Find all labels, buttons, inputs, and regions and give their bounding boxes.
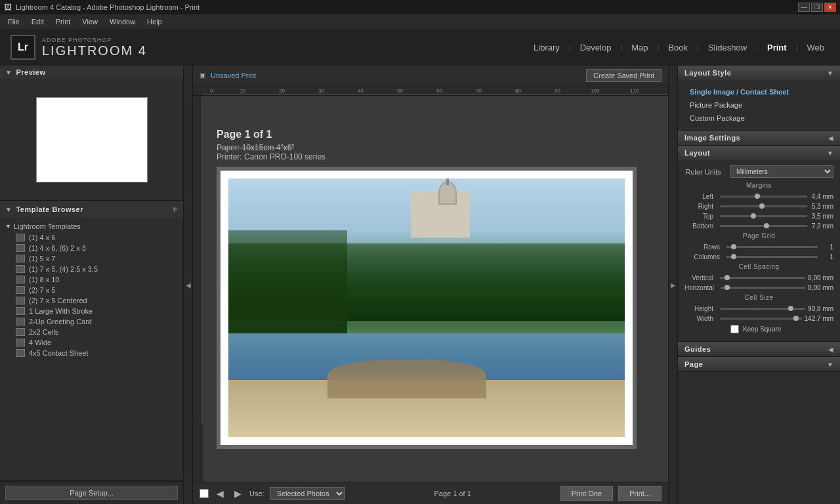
left-panel-collapse[interactable]: ◀ <box>184 66 193 504</box>
use-label: Use: <box>249 490 264 497</box>
print-one-button[interactable]: Print One <box>560 486 613 501</box>
template-item[interactable]: 2x2 Cells <box>0 327 183 337</box>
close-button[interactable]: ✕ <box>824 3 836 12</box>
right-panel-collapse[interactable]: ▶ <box>668 66 677 504</box>
preview-arrow-icon: ▼ <box>5 69 12 76</box>
menubar: File Edit Print View Window Help <box>0 14 840 29</box>
layout-header[interactable]: Layout ▼ <box>678 146 840 160</box>
lightroom-name: LIGHTROOM 4 <box>42 43 147 58</box>
margin-left-slider[interactable] <box>720 196 807 198</box>
cell-spacing-title: Cell Spacing <box>684 263 833 270</box>
nav-slideshow[interactable]: Slideshow <box>703 40 752 55</box>
width-slider[interactable] <box>720 318 802 320</box>
margin-top-value: 3,5 mm <box>810 213 833 220</box>
height-slider[interactable] <box>720 308 805 310</box>
template-item[interactable]: (2) 7 x 5 <box>0 285 183 295</box>
template-item[interactable]: (1) 8 x 10 <box>0 274 183 285</box>
template-list: ▼ Lightroom Templates (1) 4 x 6 (1) 4 x … <box>0 218 183 480</box>
vertical-spacing-slider[interactable] <box>720 277 805 279</box>
template-item[interactable]: 4 Wide <box>0 337 183 348</box>
template-item[interactable]: (1) 5 x 7 <box>0 253 183 264</box>
rows-value: 1 <box>820 243 833 251</box>
layout-option-custom-package-label: Custom Package <box>690 114 745 122</box>
columns-slider[interactable] <box>726 256 818 258</box>
maximize-button[interactable]: ❐ <box>811 3 823 12</box>
template-item[interactable]: 2-Up Greeting Card <box>0 316 183 327</box>
horizontal-spacing-label: Horizontal <box>684 284 718 291</box>
image-settings-header[interactable]: Image Settings ◀ <box>678 131 840 145</box>
horizontal-ruler: 0 10 20 30 40 50 60 70 80 90 100 110 120 <box>193 85 668 96</box>
template-item-icon <box>16 276 25 284</box>
page-checkbox[interactable] <box>200 489 209 498</box>
template-item[interactable]: (1) 4 x 6 <box>0 232 183 243</box>
add-template-button[interactable]: + <box>172 203 178 215</box>
create-saved-print-button[interactable]: Create Saved Print <box>586 69 662 82</box>
use-select[interactable]: Selected Photos <box>270 487 345 500</box>
horizontal-spacing-slider[interactable] <box>721 287 805 289</box>
nav-web[interactable]: Web <box>802 40 830 55</box>
unsaved-print-label: Unsaved Print <box>211 72 256 79</box>
preview-header[interactable]: ▼ Preview <box>0 66 183 79</box>
menu-edit[interactable]: Edit <box>26 16 49 27</box>
layout-style-arrow-icon: ▼ <box>827 70 833 77</box>
titlebar: 🖼 Lightroom 4 Catalog - Adobe Photoshop … <box>0 0 840 14</box>
menu-window[interactable]: Window <box>104 16 140 27</box>
titlebar-title-area: 🖼 Lightroom 4 Catalog - Adobe Photoshop … <box>4 3 200 12</box>
template-item[interactable]: 4x5 Contact Sheet <box>0 348 183 358</box>
menu-help[interactable]: Help <box>142 16 167 27</box>
template-item[interactable]: (2) 7 x 5 Centered <box>0 295 183 306</box>
layout-option-custom-package[interactable]: Custom Package <box>684 112 833 125</box>
titlebar-controls[interactable]: — ❐ ✕ <box>798 3 836 12</box>
margin-bottom-slider[interactable] <box>720 225 807 227</box>
right-panel: Layout Style ▼ Single Image / Contact Sh… <box>677 66 840 504</box>
ruler-units-row: Ruler Units : Millimeters <box>684 165 833 178</box>
template-item[interactable]: (1) 7 x 5, (4) 2.5 x 3.5 <box>0 264 183 274</box>
ruler-units-select[interactable]: Millimeters <box>730 165 833 178</box>
page-section-header[interactable]: Page ▼ <box>678 357 840 371</box>
layout-option-single[interactable]: Single Image / Contact Sheet <box>684 85 833 98</box>
page-indicator-top-icon: ▣ <box>200 72 205 79</box>
print-button[interactable]: Print... <box>618 486 662 501</box>
prev-page-button[interactable]: ◀ <box>214 487 226 500</box>
next-page-button[interactable]: ▶ <box>232 487 244 500</box>
layout-style-header[interactable]: Layout Style ▼ <box>678 66 840 80</box>
template-browser-header[interactable]: ▼ Template Browser + <box>0 201 183 218</box>
app-header: Lr ADOBE PHOTOSHOP LIGHTROOM 4 Library |… <box>0 29 840 66</box>
horizontal-spacing-value: 0,00 mm <box>808 284 833 291</box>
nav-book[interactable]: Book <box>663 40 693 55</box>
menu-print[interactable]: Print <box>51 16 76 27</box>
template-item-icon <box>16 244 25 252</box>
margin-top-slider[interactable] <box>720 215 807 217</box>
template-item-icon <box>16 265 25 273</box>
template-group-header[interactable]: ▼ Lightroom Templates <box>0 220 183 232</box>
margin-bottom-value: 7,2 mm <box>810 222 833 230</box>
guides-section: Guides ◀ <box>678 342 840 357</box>
template-item[interactable]: (1) 4 x 6, (6) 2 x 3 <box>0 243 183 253</box>
svg-text:40: 40 <box>358 88 364 94</box>
layout-option-single-label: Single Image / Contact Sheet <box>690 88 789 96</box>
page-setup-button[interactable]: Page Setup... <box>5 486 178 500</box>
center-panel: ▣ Unsaved Print Create Saved Print 0 10 … <box>193 66 668 504</box>
nav-library[interactable]: Library <box>528 40 565 55</box>
layout-arrow-icon: ▼ <box>827 150 833 157</box>
preview-section: ▼ Preview <box>0 66 183 201</box>
menu-file[interactable]: File <box>3 16 25 27</box>
minimize-button[interactable]: — <box>798 3 810 12</box>
nav-print[interactable]: Print <box>762 40 792 55</box>
svg-text:70: 70 <box>476 88 482 94</box>
nav-develop[interactable]: Develop <box>575 40 617 55</box>
guides-header[interactable]: Guides ◀ <box>678 342 840 356</box>
margin-right-slider[interactable] <box>720 205 807 207</box>
template-item[interactable]: 1 Large With Stroke <box>0 306 183 316</box>
menu-view[interactable]: View <box>77 16 103 27</box>
guides-title: Guides <box>684 345 711 353</box>
svg-text:20: 20 <box>279 88 285 94</box>
nav-map[interactable]: Map <box>626 40 653 55</box>
width-row: Width 142,7 mm <box>684 315 833 322</box>
template-item-label: (1) 5 x 7 <box>29 255 55 262</box>
svg-text:10: 10 <box>240 88 245 94</box>
keep-square-checkbox[interactable] <box>730 325 739 333</box>
template-item-label: (1) 4 x 6, (6) 2 x 3 <box>29 244 86 252</box>
rows-slider[interactable] <box>726 246 818 248</box>
layout-option-picture-package[interactable]: Picture Package <box>684 98 833 112</box>
